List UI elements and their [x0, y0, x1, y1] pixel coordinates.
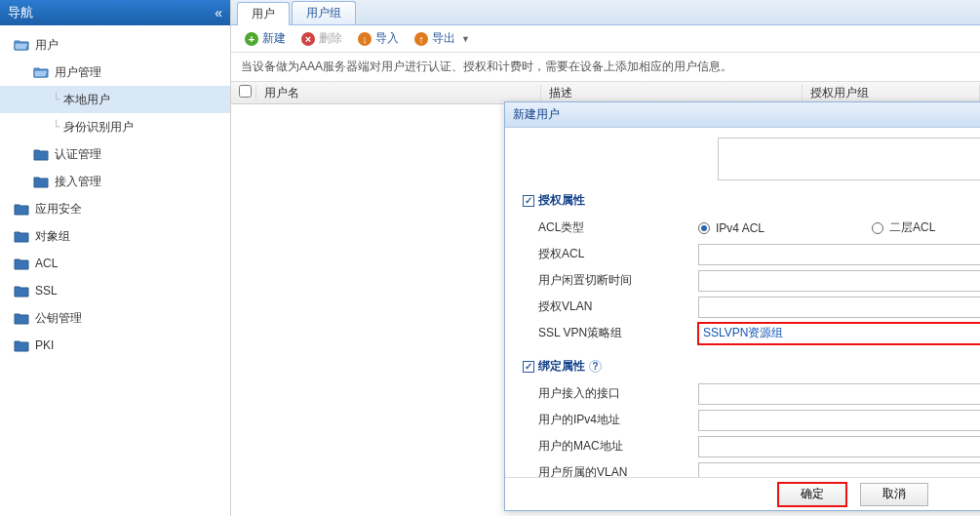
nav-tree: 用户 用户管理 └ 本地用户 └ 身份识别用户 认证管理 接入管理: [0, 25, 230, 365]
section-bind[interactable]: ✓ 绑定属性 ?: [523, 358, 980, 375]
cancel-button[interactable]: 取消: [860, 483, 928, 506]
folder-icon: [14, 229, 29, 243]
lbl-idle-cut: 用户闲置切断时间: [523, 272, 698, 289]
tree-item-pki[interactable]: PKI: [0, 332, 230, 359]
tree-item-identity-user[interactable]: └ 身份识别用户: [0, 113, 230, 140]
lbl-acl-type: ACL类型: [523, 219, 698, 236]
section-auth[interactable]: ✓ 授权属性: [523, 192, 980, 209]
folder-open-icon: [33, 65, 49, 79]
bind-vlan-input[interactable]: [698, 462, 980, 478]
dialog-body: ✓ 授权属性 ACL类型 IPv4 ACL 二层ACL 授权ACL ▼: [505, 128, 980, 477]
tree-label: 公钥管理: [35, 308, 82, 328]
dialog-footer: 确定 取消: [505, 477, 980, 510]
check-icon: ✓: [523, 195, 534, 207]
lbl-auth-acl: 授权ACL: [523, 246, 698, 262]
lbl-bind-vlan: 用户所属的VLAN: [523, 464, 698, 477]
sidebar-title: 导航: [8, 4, 33, 21]
folder-icon: [14, 202, 29, 216]
auth-acl-combo[interactable]: ▼: [698, 244, 980, 265]
tree-item-users[interactable]: 用户: [0, 31, 230, 59]
sidebar: 导航 « 用户 用户管理 └ 本地用户 └ 身份识别用户 认证管理: [0, 0, 231, 516]
folder-open-icon: [14, 38, 29, 52]
select-all-checkbox[interactable]: [231, 85, 256, 100]
export-icon: ↑: [414, 32, 428, 46]
import-icon: ↓: [358, 32, 372, 46]
lbl-bind-ipv4: 用户的IPv4地址: [523, 412, 698, 428]
col-description[interactable]: 描述: [541, 85, 803, 101]
new-button[interactable]: +新建: [239, 28, 292, 49]
tree-item-objgroup[interactable]: 对象组: [0, 222, 230, 250]
lbl-ssl-policy: SSL VPN策略组: [523, 325, 698, 341]
x-icon: ×: [301, 32, 315, 46]
folder-icon: [33, 147, 49, 161]
tree-item-local-user[interactable]: └ 本地用户: [0, 86, 230, 113]
tree-line-icon: └: [53, 117, 59, 137]
tree-item-pubkey[interactable]: 公钥管理: [0, 304, 230, 332]
folder-icon: [33, 175, 49, 188]
tabs: 用户 用户组: [231, 0, 980, 25]
ssl-policy-input[interactable]: [698, 323, 980, 344]
plus-icon: +: [245, 32, 258, 46]
folder-icon: [14, 338, 29, 352]
check-icon: ✓: [523, 361, 534, 373]
tree-item-ssl[interactable]: SSL: [0, 277, 230, 304]
export-button[interactable]: ↑导出▼: [409, 28, 476, 49]
dialog-title: 新建用户: [513, 106, 560, 123]
radio-l2-acl[interactable]: 二层ACL: [872, 219, 935, 236]
help-icon[interactable]: ?: [589, 360, 602, 373]
bind-if-combo[interactable]: ▼: [698, 383, 980, 405]
tree-label: ACL: [35, 254, 58, 273]
chevron-down-icon: ▼: [461, 34, 470, 44]
tree-label: 认证管理: [55, 144, 101, 164]
lbl-bind-mac: 用户的MAC地址: [523, 438, 698, 455]
tree-label: 应用安全: [35, 199, 82, 218]
ok-button[interactable]: 确定: [778, 483, 846, 506]
tree-label: 身份识别用户: [63, 117, 134, 137]
bind-mac-input[interactable]: [698, 436, 980, 457]
idle-cut-input[interactable]: [698, 270, 980, 292]
sidebar-header: 导航 «: [0, 0, 230, 25]
col-authgroup[interactable]: 授权用户组: [803, 85, 980, 101]
lbl-bind-if: 用户接入的接口: [523, 385, 698, 402]
delete-button[interactable]: ×删除: [295, 28, 348, 49]
tree-line-icon: └: [53, 90, 59, 109]
folder-icon: [14, 257, 29, 270]
tree-label: 本地用户: [63, 90, 110, 109]
tree-label: 接入管理: [55, 172, 101, 191]
tree-item-access-mgmt[interactable]: 接入管理: [0, 168, 230, 195]
tree-item-acl[interactable]: ACL: [0, 250, 230, 277]
tab-usergroup[interactable]: 用户组: [292, 1, 356, 24]
radio-ipv4-acl[interactable]: IPv4 ACL: [698, 221, 764, 235]
tree-item-appsec[interactable]: 应用安全: [0, 195, 230, 222]
tree-label: SSL: [35, 281, 58, 300]
auth-vlan-input[interactable]: [698, 297, 980, 318]
radio-icon: [872, 222, 883, 234]
tree-label: 对象组: [35, 226, 70, 246]
tree-item-user-mgmt[interactable]: 用户管理: [0, 59, 230, 86]
bind-ipv4-input[interactable]: [698, 410, 980, 431]
page-description: 当设备做为AAA服务器端对用户进行认证、授权和计费时，需要在设备上添加相应的用户…: [231, 53, 980, 81]
toolbar: +新建 ×删除 ↓导入 ↑导出▼: [231, 25, 980, 53]
tree-label: 用户: [35, 35, 59, 55]
folder-icon: [14, 284, 29, 298]
col-username[interactable]: 用户名: [256, 85, 541, 101]
main: 用户 用户组 +新建 ×删除 ↓导入 ↑导出▼ 当设备做为AAA服务器端对用户进…: [231, 0, 980, 516]
tree-label: 用户管理: [55, 62, 101, 82]
import-button[interactable]: ↓导入: [352, 28, 405, 49]
textarea-field[interactable]: [718, 138, 980, 180]
tree-label: PKI: [35, 336, 54, 355]
tab-user[interactable]: 用户: [237, 2, 290, 25]
radio-icon: [698, 222, 710, 234]
tree-item-auth-mgmt[interactable]: 认证管理: [0, 140, 230, 168]
dialog-header[interactable]: 新建用户 ? ✕: [505, 102, 980, 128]
collapse-icon[interactable]: «: [215, 5, 222, 20]
acl-type-radios: IPv4 ACL 二层ACL: [698, 219, 980, 236]
lbl-auth-vlan: 授权VLAN: [523, 298, 698, 315]
new-user-dialog: 新建用户 ? ✕ ✓ 授权属性 ACL类型 IPv4 ACL: [504, 101, 980, 511]
folder-icon: [14, 311, 29, 325]
